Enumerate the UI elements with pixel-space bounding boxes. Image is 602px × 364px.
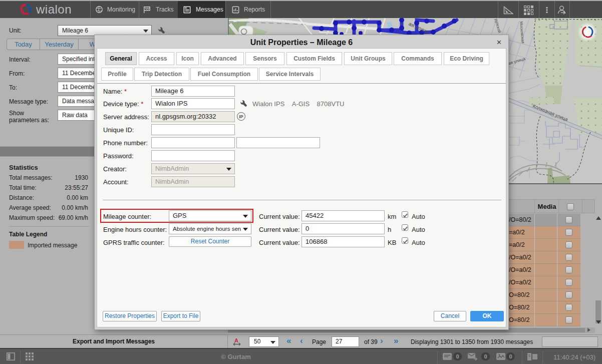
svg-text:A: A — [234, 337, 238, 343]
